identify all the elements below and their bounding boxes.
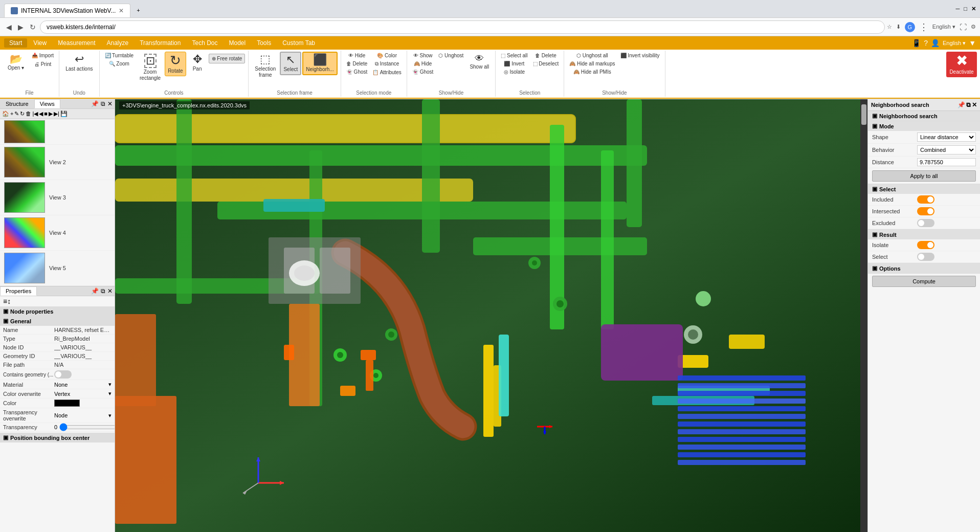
delete-button[interactable]: 🗑 Delete bbox=[531, 52, 561, 59]
new-tab-button[interactable]: + bbox=[130, 3, 146, 17]
coloroverwrite-dropdown[interactable]: Vertex ▾ bbox=[54, 390, 112, 397]
position-bounding-header[interactable]: ▣ Position bounding box center bbox=[0, 433, 115, 442]
views-delete-icon[interactable]: 🗑 bbox=[26, 110, 31, 117]
node-properties-header[interactable]: ▣ Node properties bbox=[0, 306, 115, 316]
ns-excluded-toggle[interactable] bbox=[917, 219, 934, 227]
back-button[interactable]: ◀ bbox=[4, 21, 14, 33]
print-button[interactable]: 🖨 Print bbox=[30, 60, 56, 68]
pin-icon[interactable]: 📌 bbox=[91, 100, 99, 107]
isolate-button[interactable]: ◎ Isolate bbox=[499, 68, 529, 76]
ns-intersected-toggle[interactable] bbox=[917, 207, 934, 215]
unghost-all-button[interactable]: ⬡ Unghost all bbox=[567, 52, 617, 59]
apply-to-all-button[interactable]: Apply to all bbox=[872, 170, 976, 182]
minimize-icon[interactable]: ─ bbox=[956, 6, 960, 12]
pan-button[interactable]: ✥ Pan bbox=[187, 52, 208, 74]
view-item-5[interactable]: View 5 bbox=[0, 251, 115, 286]
free-rotate-button[interactable]: ⊕ Free rotate bbox=[209, 54, 246, 63]
turntable-button[interactable]: 🔄 Turntable bbox=[103, 52, 136, 59]
ns-shape-select[interactable]: Linear distance Bounding box bbox=[917, 132, 976, 142]
selection-frame-button[interactable]: ⬚ Selectionframe bbox=[252, 52, 279, 80]
color-swatch[interactable] bbox=[54, 400, 80, 407]
deactivate-button[interactable]: ✖ Deactivate bbox=[946, 52, 977, 77]
close-icon[interactable]: ✕ bbox=[971, 6, 976, 12]
viewport[interactable]: +3DVS\engine_truck_complex.nx.edits.2020… bbox=[115, 99, 867, 532]
views-edit-icon[interactable]: ✎ bbox=[14, 110, 19, 117]
attributes-selmode-button[interactable]: 📋 Attributes bbox=[370, 69, 403, 76]
maximize-icon[interactable]: □ bbox=[964, 6, 967, 12]
ns-mode-header[interactable]: ▣ Mode bbox=[868, 121, 980, 131]
settings-icon[interactable]: ⚙ bbox=[971, 24, 976, 30]
address-bar[interactable] bbox=[40, 20, 885, 34]
collapse-icon[interactable]: ▼ bbox=[969, 39, 976, 47]
material-dropdown[interactable]: None ▾ bbox=[54, 381, 112, 388]
forward-button[interactable]: ▶ bbox=[16, 21, 26, 33]
contains-geom-toggle[interactable] bbox=[54, 370, 72, 379]
menu-measurement[interactable]: Measurement bbox=[53, 38, 100, 48]
tab-close-icon[interactable]: ✕ bbox=[119, 7, 124, 14]
close-panel-icon[interactable]: ✕ bbox=[107, 100, 113, 107]
browser-tab-active[interactable]: INTERNAL 3DViewStation WebV... ✕ bbox=[4, 4, 130, 17]
ns-pin-icon[interactable]: 📌 bbox=[957, 101, 965, 108]
ns-isolate-toggle[interactable] bbox=[917, 241, 934, 249]
ns-select-result-toggle[interactable] bbox=[917, 253, 934, 261]
structure-tab[interactable]: Structure bbox=[0, 99, 34, 108]
rotate-button[interactable]: ↻ Rotate bbox=[165, 52, 186, 76]
ghost-button[interactable]: 👻 Ghost bbox=[410, 68, 435, 76]
last-actions-button[interactable]: ↩ Last actions bbox=[62, 52, 96, 74]
import-button[interactable]: 📥 Import bbox=[30, 52, 56, 59]
menu-icon[interactable]: ⋮ bbox=[919, 21, 928, 33]
select-button[interactable]: ↖ Select bbox=[280, 52, 301, 75]
properties-tab[interactable]: Properties bbox=[0, 286, 37, 296]
delete-selmode-button[interactable]: 🗑 Delete bbox=[344, 60, 370, 68]
general-header[interactable]: ▣ General bbox=[0, 316, 115, 326]
ns-behavior-select[interactable]: Combined Included Intersected bbox=[917, 145, 976, 154]
ghost-selmode-button[interactable]: 👻 Ghost bbox=[344, 68, 370, 76]
props-sort-icon[interactable]: ≡↕ bbox=[3, 297, 11, 305]
ns-main-header[interactable]: ▣ Neighborhood search bbox=[868, 111, 980, 121]
deselect-button[interactable]: ⬚ Deselect bbox=[531, 60, 561, 68]
neighborhood-button[interactable]: ⬛ Neighborh... bbox=[302, 52, 337, 75]
open-button[interactable]: 📂 Open ▾ bbox=[3, 52, 29, 73]
views-add-icon[interactable]: + bbox=[10, 110, 13, 117]
show-button[interactable]: 👁 Show bbox=[410, 52, 435, 59]
transparency-slider[interactable] bbox=[59, 424, 115, 430]
menu-analyze[interactable]: Analyze bbox=[102, 38, 134, 48]
bookmark-icon[interactable]: ☆ bbox=[887, 24, 892, 30]
view-item-4[interactable]: View 4 bbox=[0, 215, 115, 251]
views-play-end-icon[interactable]: ▶| bbox=[54, 110, 59, 117]
views-home-icon[interactable]: 🏠 bbox=[2, 110, 9, 117]
view-item-1[interactable] bbox=[0, 119, 115, 145]
hide-pmis-button[interactable]: 🙈 Hide all PMIs bbox=[567, 68, 617, 76]
ns-distance-input[interactable] bbox=[917, 158, 976, 166]
views-play-start-icon[interactable]: |◀ bbox=[32, 110, 38, 117]
hide-selmode-button[interactable]: 👁 Hide bbox=[344, 52, 370, 59]
compute-button[interactable]: Compute bbox=[872, 276, 976, 287]
show-all-button[interactable]: 👁 Show all bbox=[466, 52, 492, 72]
hide-button[interactable]: 🙈 Hide bbox=[410, 60, 435, 68]
user-icon[interactable]: 👤 bbox=[931, 39, 940, 47]
views-refresh-icon[interactable]: ↻ bbox=[20, 110, 25, 117]
ns-options-header[interactable]: ▣ Options bbox=[868, 263, 980, 273]
select-all-button[interactable]: ⬚ Select all bbox=[499, 52, 529, 59]
menu-start[interactable]: Start bbox=[4, 38, 27, 48]
refresh-button[interactable]: ↻ bbox=[28, 21, 38, 33]
transoverwrite-dropdown[interactable]: Node ▾ bbox=[54, 412, 112, 419]
views-stop-icon[interactable]: ■ bbox=[44, 110, 48, 117]
menu-techDoc[interactable]: Tech Doc bbox=[187, 38, 222, 48]
lang-selector[interactable]: English ▾ bbox=[932, 24, 955, 30]
view-item-3[interactable]: View 3 bbox=[0, 180, 115, 215]
account-icon[interactable]: G bbox=[905, 22, 915, 32]
ns-result-header[interactable]: ▣ Result bbox=[868, 230, 980, 239]
instance-selmode-button[interactable]: ⧉ Instance bbox=[370, 60, 403, 68]
props-pin-icon[interactable]: 📌 bbox=[91, 287, 99, 295]
zoom-button[interactable]: 🔍 Zoom bbox=[103, 60, 136, 68]
props-float-icon[interactable]: ⧉ bbox=[101, 287, 105, 295]
viewport-scroll[interactable] bbox=[860, 99, 867, 532]
ns-float-icon[interactable]: ⧉ bbox=[966, 101, 971, 108]
menu-customTab[interactable]: Custom Tab bbox=[277, 38, 320, 48]
lang-app-icon[interactable]: English ▾ bbox=[943, 40, 966, 47]
ns-close-icon[interactable]: ✕ bbox=[972, 101, 977, 108]
zoom-rect-button[interactable]: ⊡ Zoomrectangle bbox=[137, 52, 164, 83]
menu-model[interactable]: Model bbox=[224, 38, 251, 48]
scroll-thumb[interactable] bbox=[861, 104, 866, 125]
